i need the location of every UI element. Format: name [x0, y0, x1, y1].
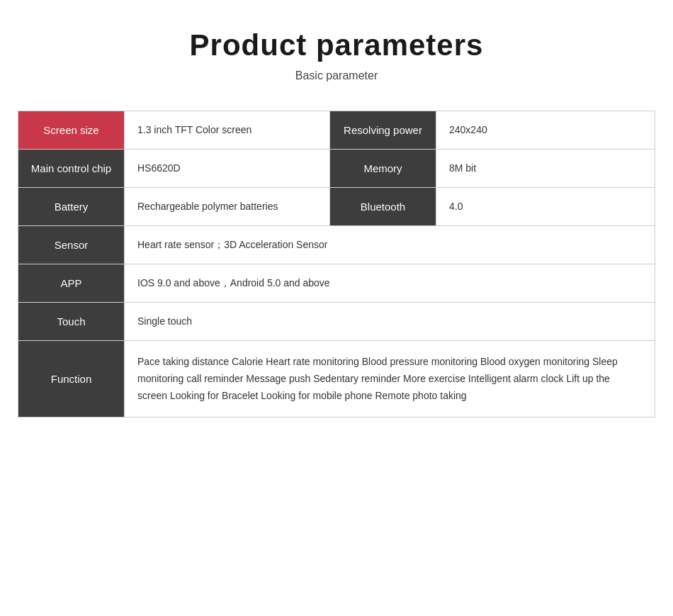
value-bluetooth: 4.0 — [436, 188, 655, 226]
label-app: APP — [18, 264, 125, 303]
label-memory: Memory — [330, 150, 436, 188]
label-resolving-power: Resolving power — [330, 111, 436, 150]
value-app: IOS 9.0 and above，Android 5.0 and above — [125, 264, 655, 303]
page-title: Product parameters — [190, 28, 484, 62]
label-bluetooth: Bluetooth — [330, 188, 436, 226]
label-sensor: Sensor — [18, 226, 125, 264]
value-memory: 8M bit — [436, 150, 655, 188]
label-battery: Battery — [18, 188, 125, 226]
value-resolving-power: 240x240 — [436, 111, 655, 150]
page-subtitle: Basic parameter — [295, 69, 378, 82]
value-sensor: Heart rate sensor；3D Acceleration Sensor — [125, 226, 655, 264]
label-screen-size: Screen size — [18, 111, 125, 150]
value-touch: Single touch — [125, 303, 655, 341]
label-main-control-chip: Main control chip — [18, 150, 125, 188]
label-touch: Touch — [18, 303, 125, 341]
value-battery: Rechargeable polymer batteries — [125, 188, 330, 226]
value-screen-size: 1.3 inch TFT Color screen — [125, 111, 330, 150]
label-function: Function — [18, 341, 125, 418]
value-function: Pace taking distance Calorie Heart rate … — [125, 341, 655, 418]
value-main-control-chip: HS6620D — [125, 150, 330, 188]
params-table: Screen size1.3 inch TFT Color screenReso… — [18, 111, 655, 418]
